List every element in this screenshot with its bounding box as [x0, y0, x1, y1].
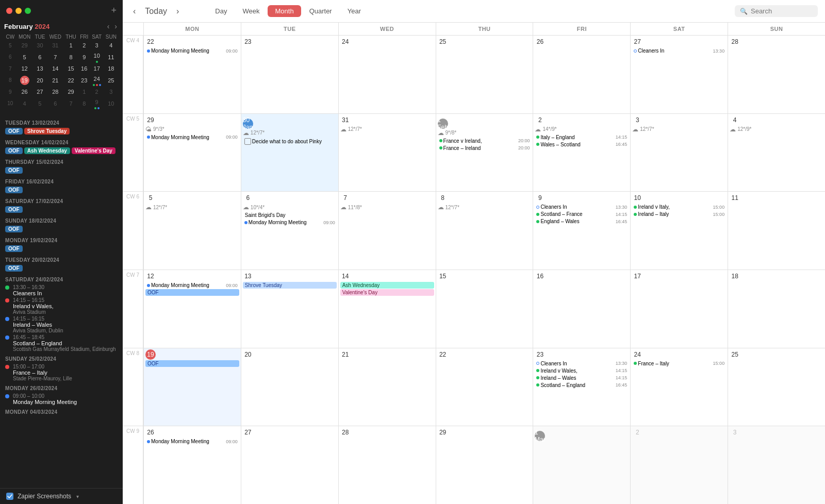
cal-day-27[interactable]: 27 Cleaners In 13:30 [630, 36, 728, 113]
mini-day[interactable]: 19 [16, 74, 33, 87]
tab-quarter[interactable]: Quarter [302, 5, 339, 17]
calendar-event[interactable]: Italy – England 14:15 [535, 134, 629, 141]
mini-day[interactable]: 7 [63, 97, 78, 110]
mini-day[interactable]: 11 [104, 51, 119, 63]
mini-day[interactable]: 8 [63, 51, 78, 63]
mini-day[interactable]: 13 [33, 63, 47, 74]
calendar-event[interactable]: Ireland v Wales, 14:15 [535, 367, 629, 374]
calendar-event[interactable]: Cleaners In 13:30 [632, 47, 726, 54]
calendar-event[interactable]: OOF [145, 360, 239, 367]
list-item[interactable]: 14:15 – 16:15 Ireland – Wales Aviva Stad… [5, 316, 118, 333]
oof-badge[interactable]: OOF [5, 245, 23, 252]
calendar-event[interactable]: France – Italy 15:00 [632, 360, 726, 367]
cal-day-feb3[interactable]: 3 ☁ 12*/7* [630, 114, 728, 192]
calendar-event[interactable]: Decide what to do about Pinky [243, 138, 337, 145]
calendar-event[interactable]: France – Ireland 20:00 [438, 145, 532, 152]
cal-day-feb26[interactable]: 26 Monday Morning Meeting 09:00 [143, 426, 241, 504]
mini-day[interactable]: 29 [16, 40, 33, 51]
cal-day-mar3[interactable]: 3 [728, 426, 825, 504]
mini-next-button[interactable]: › [113, 22, 119, 30]
cal-day-mar1[interactable]: 1 Mar [533, 426, 630, 504]
mini-day[interactable]: 23 [78, 74, 90, 87]
search-input[interactable] [751, 7, 813, 15]
cal-day-jan29[interactable]: 29 🌤 9*/3* Monday Morning Meeting 09:00 [143, 114, 241, 192]
mini-day[interactable]: 8 [78, 97, 90, 110]
calendar-event[interactable]: Monday Morning Meeting 09:00 [243, 219, 337, 226]
add-event-button[interactable]: + [111, 5, 117, 16]
cal-day-feb11[interactable]: 11 [728, 192, 825, 270]
oof-badge[interactable]: OOF [5, 206, 23, 213]
calendar-event[interactable]: OOF [145, 289, 239, 296]
cal-day-feb7[interactable]: 7 ☁ 11*/8* [338, 192, 436, 270]
cal-day-feb21[interactable]: 21 [338, 348, 436, 426]
cal-day-feb8[interactable]: 8 ☁ 12*/7* [436, 192, 533, 270]
cal-day-feb17[interactable]: 17 [630, 270, 728, 348]
calendar-event[interactable]: Monday Morning Meeting 09:00 [145, 134, 239, 141]
list-item[interactable]: 13:30 – 16:30 Cleaners In [5, 284, 118, 296]
calendar-event[interactable]: Ireland – Wales 14:15 [535, 375, 629, 381]
cal-day-feb29[interactable]: 29 [436, 426, 533, 504]
cal-day-feb23[interactable]: 23 Cleaners In 13:30 Ireland v Wales, 14… [533, 348, 630, 426]
next-button[interactable]: › [173, 6, 182, 17]
list-item[interactable]: 16:45 – 18:45 Scotland – England Scottis… [5, 334, 118, 352]
mini-day[interactable]: 2 [90, 87, 104, 97]
valentines-badge[interactable]: Valentine's Day [72, 147, 116, 154]
mini-day[interactable]: 2 [78, 40, 90, 51]
mini-day[interactable]: 10 [90, 51, 104, 63]
cal-day-22[interactable]: 22 Monday Morning Meeting 09:00 [143, 36, 241, 113]
calendar-event[interactable]: Wales – Scotland 16:45 [535, 141, 629, 148]
mini-day[interactable]: 6 [33, 51, 47, 63]
chevron-down-icon[interactable]: ▾ [76, 494, 79, 499]
mini-day[interactable]: 12 [16, 63, 33, 74]
shrove-badge[interactable]: Shrove Tuesday [24, 128, 70, 135]
mini-day[interactable]: 31 [47, 40, 63, 51]
ash-wed-badge[interactable]: Ash Wednesday [24, 147, 70, 154]
calendar-event[interactable]: Scotland – France 14:15 [535, 211, 629, 217]
calendar-event[interactable]: Shrove Tuesday [243, 282, 337, 289]
mini-day[interactable]: 5 [33, 97, 47, 110]
zapier-checkbox[interactable] [6, 493, 13, 500]
cal-day-feb18[interactable]: 18 [728, 270, 825, 348]
cal-day-jan30[interactable]: 30 Jan ☁ 12*/7* Decide what to do about … [241, 114, 338, 192]
cal-day-feb20[interactable]: 20 [241, 348, 338, 426]
calendar-event[interactable]: Monday Morning Meeting 09:00 [145, 282, 239, 289]
list-item[interactable]: 14:15 – 16:15 Ireland v Wales, Aviva Sta… [5, 297, 118, 315]
calendar-event[interactable]: England – Wales 16:45 [535, 218, 629, 225]
tab-year[interactable]: Year [340, 5, 368, 17]
mini-day[interactable]: 16 [78, 63, 90, 74]
oof-badge[interactable]: OOF [5, 147, 23, 154]
cal-day-feb2[interactable]: 2 ☁ 14*/9* Italy – England 14:15 Wales –… [533, 114, 630, 192]
oof-badge[interactable]: OOF [5, 128, 23, 135]
calendar-event[interactable]: Cleaners In 13:30 [535, 204, 629, 210]
mini-cal-nav[interactable]: ‹ › [106, 22, 119, 30]
mini-day[interactable]: 28 [47, 87, 63, 97]
cal-day-feb1[interactable]: 1 Feb ☁ 9*/8* France v Ireland, 20:00 Fr… [436, 114, 533, 192]
prev-button[interactable]: ‹ [130, 6, 139, 17]
mini-day[interactable]: 3 [90, 40, 104, 51]
calendar-event[interactable]: France v Ireland, 20:00 [438, 138, 532, 144]
mini-day[interactable]: 3 [104, 87, 119, 97]
oof-badge[interactable]: OOF [5, 167, 23, 174]
mini-day[interactable]: 1 [78, 87, 90, 97]
mini-day[interactable]: 7 [47, 51, 63, 63]
cal-day-mar2[interactable]: 2 [630, 426, 728, 504]
calendar-event[interactable]: Saint Brigid's Day [243, 212, 337, 219]
calendar-event[interactable]: Scotland – England 16:45 [535, 382, 629, 389]
tab-week[interactable]: Week [235, 5, 267, 17]
mini-day[interactable]: 9 [78, 51, 90, 63]
mini-day[interactable]: 18 [104, 63, 119, 74]
calendar-event[interactable]: Monday Morning Meeting 09:00 [145, 438, 239, 445]
mini-day[interactable]: 26 [16, 87, 33, 97]
cal-day-feb22[interactable]: 22 [436, 348, 533, 426]
mini-day[interactable]: 21 [47, 74, 63, 87]
calendar-event[interactable]: Monday Morning Meeting 09:00 [145, 47, 239, 54]
mini-day[interactable]: 10 [104, 97, 119, 110]
cal-day-feb24[interactable]: 24 France – Italy 15:00 [630, 348, 728, 426]
cal-day-feb13[interactable]: 13 Shrove Tuesday [241, 270, 338, 348]
calendar-event[interactable]: Valentine's Day [340, 289, 434, 296]
list-item[interactable]: 15:00 – 17:00 France – Italy Stade Pierr… [5, 364, 118, 381]
oof-badge[interactable]: OOF [5, 187, 23, 193]
mini-day[interactable]: 24 [90, 74, 104, 87]
mini-day[interactable]: 5 [16, 51, 33, 63]
mini-day[interactable]: 22 [63, 74, 78, 87]
